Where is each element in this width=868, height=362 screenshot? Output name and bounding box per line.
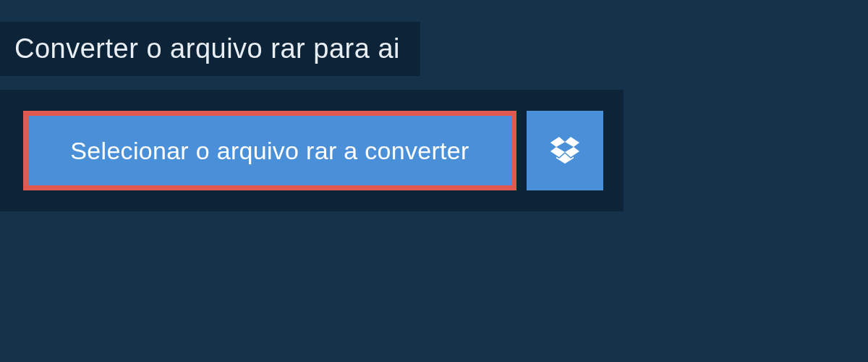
title-bar: Converter o arquivo rar para ai <box>0 22 420 76</box>
page-title: Converter o arquivo rar para ai <box>14 33 400 64</box>
select-file-button[interactable]: Selecionar o arquivo rar a converter <box>23 111 516 190</box>
file-select-panel: Selecionar o arquivo rar a converter <box>0 90 624 211</box>
dropbox-button[interactable] <box>527 111 603 190</box>
dropbox-icon <box>550 137 579 164</box>
select-file-label: Selecionar o arquivo rar a converter <box>70 137 469 165</box>
